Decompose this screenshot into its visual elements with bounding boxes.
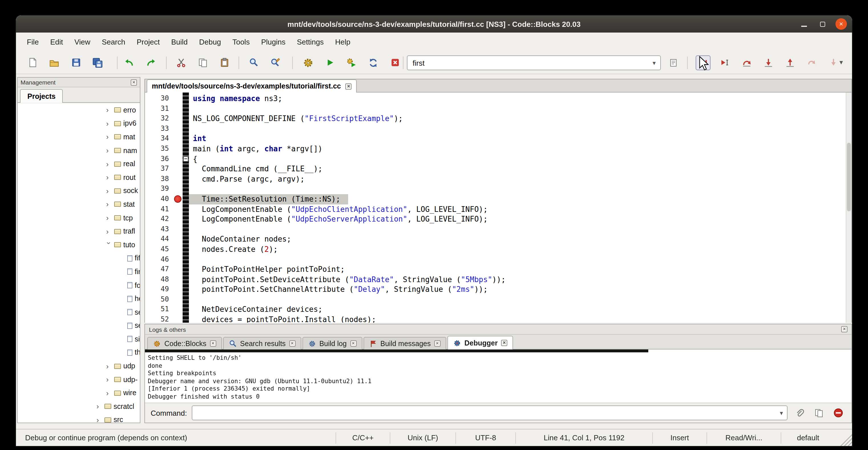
code-line[interactable]: 49 pointToPoint.SetChannelAttribute ("De… <box>145 285 851 295</box>
chevron-right-icon[interactable]: › <box>106 214 112 221</box>
scrollbar-thumb[interactable] <box>847 143 851 211</box>
breakpoint-margin[interactable] <box>174 94 183 103</box>
chevron-right-icon[interactable]: › <box>96 416 102 423</box>
tab-close-icon[interactable]: × <box>350 340 356 347</box>
breakpoint-margin[interactable] <box>174 164 183 174</box>
code-line[interactable]: 31 <box>145 103 851 114</box>
menu-item-view[interactable]: View <box>69 35 96 49</box>
menu-item-file[interactable]: File <box>22 35 44 49</box>
fold-margin-cell[interactable] <box>183 274 189 284</box>
breakpoint-margin[interactable] <box>174 204 183 214</box>
line-number[interactable]: 35 <box>145 144 174 154</box>
breakpoint-margin[interactable] <box>174 144 183 154</box>
line-number[interactable]: 49 <box>145 285 174 295</box>
line-number[interactable]: 32 <box>145 114 174 124</box>
fold-margin-cell[interactable] <box>183 184 189 194</box>
fold-margin-cell[interactable] <box>183 285 189 295</box>
fold-margin-cell[interactable] <box>183 314 189 323</box>
chevron-right-icon[interactable]: › <box>106 376 112 383</box>
code-line[interactable]: 32NS_LOG_COMPONENT_DEFINE ("FirstScriptE… <box>145 114 851 124</box>
next-instruction-button[interactable] <box>804 55 819 70</box>
code-line[interactable]: 34int <box>145 134 851 144</box>
line-number[interactable]: 50 <box>145 295 174 305</box>
breakpoint-margin[interactable] <box>174 295 183 305</box>
tab-close-icon[interactable]: × <box>434 340 440 347</box>
toolbar-overflow-button[interactable]: ▾ <box>834 55 848 70</box>
line-number[interactable]: 42 <box>145 214 174 224</box>
tree-item[interactable]: ›erro <box>18 103 140 117</box>
tab-close-icon[interactable]: × <box>501 340 507 346</box>
fold-margin-cell[interactable] <box>183 254 189 264</box>
tree-item[interactable]: se <box>18 319 140 332</box>
fold-margin-cell[interactable] <box>183 295 189 305</box>
copy-log-button[interactable] <box>811 406 826 420</box>
code-line[interactable]: 48 pointToPoint.SetDeviceAttribute ("Dat… <box>145 274 851 284</box>
tree-item[interactable]: ›wire <box>18 386 140 400</box>
fold-margin-cell[interactable] <box>183 174 189 184</box>
debugger-log-output[interactable]: Setting SHELL to '/bin/sh'doneSetting br… <box>145 350 851 402</box>
build-target-combo[interactable]: first ▾ <box>407 55 661 70</box>
fold-margin-cell[interactable] <box>183 244 189 254</box>
chevron-right-icon[interactable]: › <box>106 362 112 370</box>
tree-item[interactable]: th <box>18 346 140 359</box>
tree-item[interactable]: ›udp <box>18 359 140 373</box>
fold-margin-cell[interactable] <box>183 234 189 244</box>
line-number[interactable]: 30 <box>145 94 174 103</box>
line-number[interactable]: 47 <box>145 264 174 274</box>
tab-projects[interactable]: Projects <box>20 89 63 103</box>
line-number[interactable]: 34 <box>145 134 174 144</box>
fold-margin-cell[interactable] <box>183 194 189 204</box>
code-line[interactable]: 33 <box>145 124 851 134</box>
tree-item[interactable]: ›rout <box>18 171 140 184</box>
tree-item[interactable]: ›real <box>18 157 140 171</box>
fold-margin-cell[interactable] <box>183 264 189 274</box>
chevron-right-icon[interactable]: › <box>106 187 112 195</box>
run-button[interactable] <box>322 55 337 70</box>
editor-vertical-scrollbar[interactable] <box>846 92 851 323</box>
editor-body[interactable]: 30using namespace ns3;3132NS_LOG_COMPONE… <box>144 92 852 323</box>
menu-item-debug[interactable]: Debug <box>194 35 226 49</box>
breakpoint-margin[interactable] <box>174 184 183 194</box>
fold-margin-cell[interactable] <box>183 204 189 214</box>
code-line[interactable]: 39 <box>145 184 851 194</box>
run-to-cursor-button[interactable] <box>717 55 732 70</box>
fold-margin-cell[interactable] <box>183 124 189 134</box>
tree-item[interactable]: fir <box>18 265 140 278</box>
tab-close-icon[interactable]: × <box>210 340 216 347</box>
code-line[interactable]: 44 NodeContainer nodes; <box>145 234 851 244</box>
tree-item[interactable]: ›udp- <box>18 373 140 386</box>
paste-button[interactable] <box>217 55 232 70</box>
chevron-right-icon[interactable]: › <box>106 201 112 208</box>
fold-margin-cell[interactable] <box>183 214 189 224</box>
tree-item[interactable]: ›trafl <box>18 225 140 238</box>
combo-chevron-down-icon[interactable]: ▾ <box>653 59 656 66</box>
breakpoint-margin[interactable] <box>174 114 183 124</box>
menu-item-tools[interactable]: Tools <box>227 35 255 49</box>
code-line[interactable]: 50 <box>145 295 851 305</box>
breakpoint-margin[interactable] <box>174 285 183 295</box>
chevron-right-icon[interactable]: › <box>106 174 112 181</box>
breakpoint-margin[interactable] <box>174 124 183 134</box>
line-number[interactable]: 51 <box>145 305 174 314</box>
build-button[interactable] <box>301 55 316 70</box>
fold-margin-cell[interactable] <box>183 134 189 144</box>
attach-file-button[interactable] <box>792 406 807 420</box>
chevron-right-icon[interactable]: › <box>106 389 112 397</box>
tree-item[interactable]: ›scratcl <box>18 400 140 413</box>
step-out-button[interactable] <box>782 55 797 70</box>
fold-margin-cell[interactable] <box>183 224 189 234</box>
code-line[interactable]: 45 nodes.Create (2); <box>145 244 851 254</box>
breakpoint-margin[interactable] <box>174 254 183 264</box>
line-number[interactable]: 38 <box>145 174 174 184</box>
fold-margin-cell[interactable] <box>183 103 189 114</box>
breakpoint-margin[interactable] <box>174 264 183 274</box>
breakpoint-margin[interactable] <box>174 154 183 164</box>
breakpoint-margin[interactable] <box>174 244 183 254</box>
tree-item[interactable]: ›mat <box>18 130 140 144</box>
code-line[interactable]: 36{− <box>145 154 851 164</box>
target-list-button[interactable] <box>666 55 681 70</box>
tree-item[interactable]: ›tuto <box>18 238 140 251</box>
tree-item[interactable]: ›sock <box>18 184 140 198</box>
save-button[interactable] <box>68 55 83 70</box>
line-number[interactable]: 36 <box>145 154 174 164</box>
